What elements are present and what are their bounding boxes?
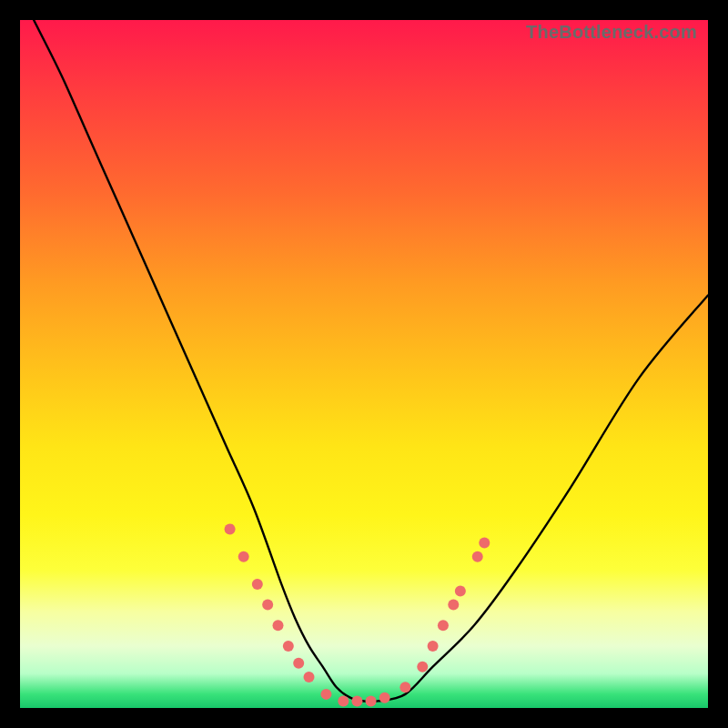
highlight-dot	[351, 695, 362, 706]
highlight-dot	[366, 695, 377, 706]
highlight-dot	[472, 551, 483, 562]
highlight-dot	[238, 551, 249, 562]
highlight-dot	[320, 689, 331, 700]
highlight-dot	[438, 620, 449, 631]
highlight-dot	[293, 658, 304, 669]
highlight-dot	[252, 579, 263, 590]
highlight-dots	[225, 523, 490, 706]
highlight-dot	[338, 695, 349, 706]
highlight-dot	[479, 538, 490, 549]
highlight-dot	[417, 662, 428, 672]
highlight-dot	[283, 641, 294, 652]
highlight-dot	[304, 672, 315, 682]
highlight-dot	[262, 600, 273, 611]
highlight-dot	[428, 641, 439, 652]
plot-area: TheBottleneck.com	[20, 20, 708, 708]
highlight-dot	[225, 523, 236, 534]
highlight-dot	[273, 620, 284, 631]
highlight-dot	[448, 600, 459, 611]
curve-svg	[20, 20, 708, 708]
chart-stage: TheBottleneck.com	[0, 0, 728, 728]
highlight-dot	[379, 693, 390, 703]
bottleneck-curve	[34, 20, 708, 702]
highlight-dot	[399, 682, 410, 693]
highlight-dot	[455, 585, 466, 596]
